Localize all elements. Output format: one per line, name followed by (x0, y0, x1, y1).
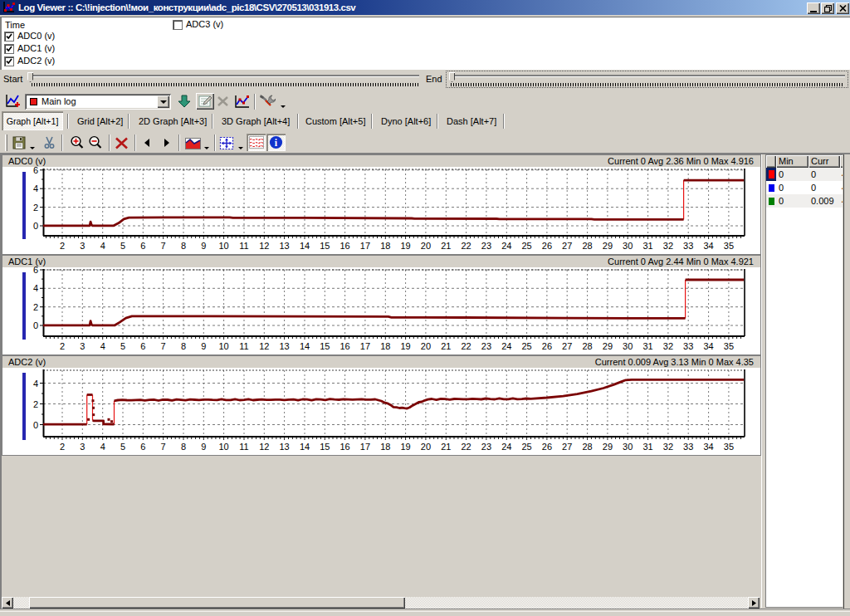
svg-text:12: 12 (259, 241, 269, 251)
svg-text:23: 23 (481, 442, 491, 452)
svg-text:31: 31 (642, 341, 652, 351)
svg-text:26: 26 (542, 241, 552, 251)
svg-text:7: 7 (161, 442, 166, 452)
svg-text:31: 31 (642, 241, 652, 251)
svg-text:17: 17 (360, 341, 370, 351)
svg-text:20: 20 (421, 442, 431, 452)
svg-text:ADC0 (v): ADC0 (v) (8, 156, 46, 166)
svg-text:14: 14 (300, 442, 310, 452)
svg-text:5: 5 (120, 442, 125, 452)
svg-text:19: 19 (400, 341, 410, 351)
svg-text:2: 2 (33, 203, 38, 213)
svg-text:32: 32 (663, 341, 673, 351)
svg-text:29: 29 (603, 442, 613, 452)
svg-text:14: 14 (300, 241, 310, 251)
svg-text:34: 34 (703, 341, 713, 351)
svg-text:21: 21 (441, 241, 451, 251)
svg-text:35: 35 (724, 341, 734, 351)
svg-text:19: 19 (400, 442, 410, 452)
svg-text:4: 4 (100, 241, 105, 251)
svg-text:2: 2 (33, 302, 38, 312)
svg-text:4: 4 (33, 379, 38, 389)
svg-text:15: 15 (320, 442, 330, 452)
svg-text:19: 19 (400, 241, 410, 251)
svg-text:20: 20 (421, 341, 431, 351)
svg-text:10: 10 (218, 442, 228, 452)
svg-text:24: 24 (501, 442, 511, 452)
svg-text:2: 2 (60, 341, 65, 351)
svg-text:26: 26 (542, 442, 552, 452)
svg-text:29: 29 (603, 241, 613, 251)
svg-text:28: 28 (582, 241, 592, 251)
svg-text:11: 11 (239, 341, 248, 351)
svg-text:13: 13 (279, 341, 289, 351)
svg-text:Current 0 Avg 2.44 Min 0 Max 4: Current 0 Avg 2.44 Min 0 Max 4.921 (608, 257, 754, 266)
svg-text:16: 16 (340, 241, 349, 251)
svg-text:5: 5 (120, 341, 125, 351)
svg-text:30: 30 (623, 341, 633, 351)
svg-text:16: 16 (340, 341, 349, 351)
svg-text:21: 21 (441, 341, 451, 351)
svg-text:Current 0 Avg 2.36 Min 0 Max 4: Current 0 Avg 2.36 Min 0 Max 4.916 (608, 156, 754, 166)
svg-text:18: 18 (380, 341, 390, 351)
svg-text:30: 30 (623, 442, 633, 452)
svg-text:27: 27 (562, 341, 572, 351)
svg-text:17: 17 (360, 241, 370, 251)
svg-text:10: 10 (218, 241, 228, 251)
svg-text:29: 29 (603, 341, 613, 351)
svg-text:0: 0 (33, 420, 38, 430)
svg-text:28: 28 (582, 341, 592, 351)
svg-text:6: 6 (33, 265, 38, 275)
svg-text:10: 10 (218, 341, 228, 351)
svg-text:6: 6 (140, 341, 145, 351)
svg-text:31: 31 (642, 442, 652, 452)
svg-text:7: 7 (161, 341, 166, 351)
svg-text:0: 0 (33, 221, 38, 231)
svg-text:ADC2 (v): ADC2 (v) (8, 357, 46, 367)
svg-text:2: 2 (33, 399, 38, 409)
svg-text:4: 4 (33, 183, 38, 193)
svg-text:8: 8 (181, 241, 186, 251)
svg-text:2: 2 (60, 241, 65, 251)
svg-text:24: 24 (501, 341, 511, 351)
svg-text:17: 17 (360, 442, 370, 452)
svg-text:23: 23 (481, 341, 491, 351)
svg-text:6: 6 (140, 241, 145, 251)
svg-text:24: 24 (501, 241, 511, 251)
svg-text:23: 23 (481, 241, 491, 251)
svg-text:4: 4 (33, 283, 38, 293)
svg-text:25: 25 (521, 442, 531, 452)
svg-text:32: 32 (663, 442, 673, 452)
svg-text:22: 22 (461, 241, 471, 251)
svg-text:13: 13 (279, 241, 289, 251)
svg-text:13: 13 (279, 442, 289, 452)
svg-text:20: 20 (421, 241, 431, 251)
svg-text:27: 27 (562, 241, 572, 251)
svg-text:3: 3 (80, 442, 85, 452)
svg-text:15: 15 (320, 241, 330, 251)
svg-text:8: 8 (181, 341, 186, 351)
svg-text:5: 5 (120, 241, 125, 251)
svg-text:33: 33 (683, 241, 693, 251)
svg-text:30: 30 (623, 241, 633, 251)
svg-text:3: 3 (80, 241, 85, 251)
svg-text:34: 34 (703, 442, 713, 452)
svg-text:32: 32 (663, 241, 673, 251)
svg-text:4: 4 (100, 442, 105, 452)
svg-text:Current 0.009 Avg 3.13 Min 0 M: Current 0.009 Avg 3.13 Min 0 Max 4.35 (595, 357, 754, 367)
svg-text:33: 33 (683, 341, 693, 351)
svg-text:9: 9 (201, 341, 206, 351)
svg-text:18: 18 (380, 442, 390, 452)
svg-text:14: 14 (300, 341, 310, 351)
svg-text:11: 11 (239, 442, 248, 452)
svg-text:8: 8 (181, 442, 186, 452)
svg-text:35: 35 (724, 442, 734, 452)
svg-text:12: 12 (259, 341, 269, 351)
svg-text:6: 6 (33, 165, 38, 175)
svg-text:2: 2 (60, 442, 65, 452)
svg-text:11: 11 (239, 241, 248, 251)
svg-text:12: 12 (259, 442, 269, 452)
svg-text:33: 33 (683, 442, 693, 452)
svg-text:21: 21 (441, 442, 451, 452)
svg-text:34: 34 (703, 241, 713, 251)
